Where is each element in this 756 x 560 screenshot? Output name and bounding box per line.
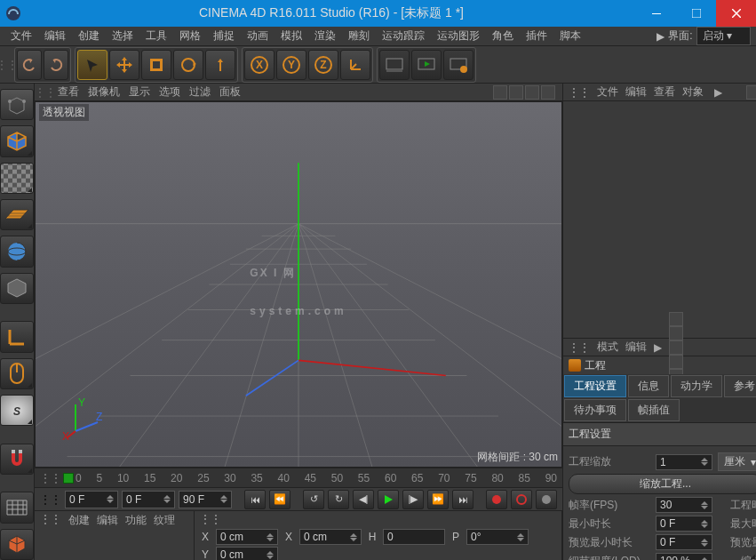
play-button[interactable] — [378, 490, 399, 509]
objmgr-file[interactable]: 文件 — [597, 84, 618, 100]
menu-plugins[interactable]: 插件 — [521, 27, 553, 45]
move-button[interactable] — [109, 50, 139, 80]
step-back-round-button[interactable]: ↺ — [303, 490, 324, 509]
attr-up-icon[interactable] — [669, 326, 683, 340]
step-fwd-round-button[interactable]: ↻ — [328, 490, 349, 509]
view-menu-display[interactable]: 显示 — [129, 84, 150, 100]
redo-button[interactable] — [44, 50, 68, 80]
vp-nav-toggle-icon[interactable] — [541, 85, 555, 100]
y-field[interactable]: 0 cm — [216, 547, 278, 560]
menu-character[interactable]: 角色 — [487, 27, 519, 45]
menu-mograph[interactable]: 运动图形 — [432, 27, 485, 45]
menu-script[interactable]: 脚本 — [554, 27, 586, 45]
texture-mode-button[interactable] — [0, 236, 34, 267]
prop-scale-unit[interactable]: 厘米 ▾ — [718, 452, 756, 471]
make-editable-button[interactable] — [0, 89, 34, 120]
last-tool-button[interactable] — [205, 50, 235, 80]
bm-tex[interactable]: 纹理 — [154, 513, 175, 528]
attr-mode[interactable]: 模式 — [597, 340, 618, 355]
grid-button[interactable] — [0, 492, 34, 523]
menu-sculpt[interactable]: 雕刻 — [343, 27, 375, 45]
toolbar-handle[interactable]: ⋮⋮ — [4, 59, 11, 71]
timeline-playhead[interactable] — [63, 473, 74, 484]
scale-button[interactable] — [141, 50, 171, 80]
object-tree[interactable] — [563, 101, 756, 338]
objmgr-obj[interactable]: 对象 — [682, 84, 704, 100]
scale-project-button[interactable]: 缩放工程... — [569, 474, 756, 494]
prop-lod-field[interactable]: 100 % — [656, 553, 712, 560]
transport-handle[interactable]: ⋮⋮ — [40, 493, 61, 506]
view-menu-camera[interactable]: 摄像机 — [88, 84, 120, 100]
menu-select[interactable]: 选择 — [107, 27, 139, 45]
model-mode-button[interactable] — [0, 163, 34, 194]
attr-handle[interactable]: ⋮⋮ — [569, 341, 590, 354]
prop-min-field[interactable]: 0 F — [656, 516, 712, 532]
floor-button[interactable] — [0, 199, 34, 230]
view-menu-panel[interactable]: 面板 — [219, 84, 241, 100]
z-axis-button[interactable]: Z — [308, 50, 338, 80]
autokey-button[interactable] — [511, 490, 532, 509]
minimize-button[interactable] — [636, 0, 676, 27]
timeline-handle[interactable]: ⋮⋮ — [40, 472, 61, 484]
viewport-handle[interactable]: ⋮⋮ — [42, 86, 49, 99]
rotate-button[interactable] — [173, 50, 203, 80]
bm-func[interactable]: 功能 — [125, 513, 147, 528]
vp-nav-rotate-icon[interactable] — [525, 85, 539, 100]
menu-mesh[interactable]: 网格 — [174, 27, 206, 45]
render-view-button[interactable] — [379, 50, 410, 80]
h-field[interactable]: 0 — [383, 529, 445, 545]
magnet-button[interactable] — [0, 444, 34, 475]
menu-animate[interactable]: 动画 — [242, 27, 274, 45]
bm-create[interactable]: 创建 — [68, 513, 90, 528]
coord-system-button[interactable] — [340, 50, 370, 80]
render-pv-button[interactable] — [411, 50, 442, 80]
x-field[interactable]: 0 cm — [216, 529, 278, 545]
objmgr-edit[interactable]: 编辑 — [625, 84, 647, 100]
goto-end-button[interactable]: ⏭ — [452, 490, 473, 509]
close-button[interactable] — [716, 0, 756, 27]
view-menu-filter[interactable]: 过滤 — [189, 84, 211, 100]
play-back-button[interactable]: ◀| — [353, 490, 374, 509]
menu-tools[interactable]: 工具 — [140, 27, 172, 45]
coord-handle[interactable]: ⋮⋮ — [200, 513, 221, 525]
prop-fps-field[interactable]: 30 — [656, 497, 712, 513]
tab-info[interactable]: 信息 — [628, 375, 669, 397]
menu-simulate[interactable]: 模拟 — [275, 27, 307, 45]
menu-create[interactable]: 创建 — [73, 27, 105, 45]
cube-button[interactable] — [0, 125, 34, 156]
vp-nav-zoom-icon[interactable] — [509, 85, 523, 100]
current-frame-field[interactable]: 0 F — [122, 491, 175, 508]
menu-render[interactable]: 渲染 — [309, 27, 341, 45]
tab-dynamics[interactable]: 动力学 — [671, 375, 722, 397]
attr-back-icon[interactable] — [669, 312, 683, 326]
bottom-handle[interactable]: ⋮⋮ — [40, 513, 61, 528]
viewport[interactable]: 透视视图 — [35, 101, 562, 468]
solid-cube-button[interactable] — [0, 529, 34, 560]
view-menu-view[interactable]: 查看 — [58, 84, 79, 100]
goto-prev-key-button[interactable]: ⏪ — [269, 490, 290, 509]
menu-edit[interactable]: 编辑 — [39, 27, 71, 45]
prop-scale-field[interactable]: 1 — [656, 454, 712, 470]
vp-nav-pan-icon[interactable] — [493, 85, 507, 100]
axis-button[interactable] — [0, 321, 34, 352]
record-button[interactable] — [486, 490, 507, 509]
live-select-button[interactable] — [77, 50, 107, 80]
snap-button[interactable]: S — [0, 395, 34, 426]
timeline-ruler[interactable]: ⋮⋮ 0 5 10 15 20 25 30 35 40 45 50 55 60 … — [35, 468, 562, 487]
x-axis-button[interactable]: X — [244, 50, 275, 80]
menu-snap[interactable]: 捕捉 — [208, 27, 240, 45]
tab-interp[interactable]: 帧插值 — [628, 399, 680, 421]
menu-motiontrack[interactable]: 运动跟踪 — [377, 27, 430, 45]
workplane-button[interactable] — [0, 273, 34, 304]
y-axis-button[interactable]: Y — [276, 50, 306, 80]
maximize-button[interactable] — [676, 0, 716, 27]
attr-lock-icon[interactable] — [669, 340, 683, 355]
sx-field[interactable]: 0 cm — [299, 529, 362, 545]
start-frame-field[interactable]: 0 F — [65, 491, 118, 508]
step-fwd-button[interactable]: |▶ — [402, 490, 424, 509]
objmgr-view[interactable]: 查看 — [654, 84, 675, 100]
prop-prev-field[interactable]: 0 F — [656, 534, 712, 550]
mouse-button[interactable] — [0, 358, 34, 389]
tab-reference[interactable]: 参考 — [724, 375, 756, 397]
objmgr-search-icon[interactable] — [746, 85, 756, 100]
